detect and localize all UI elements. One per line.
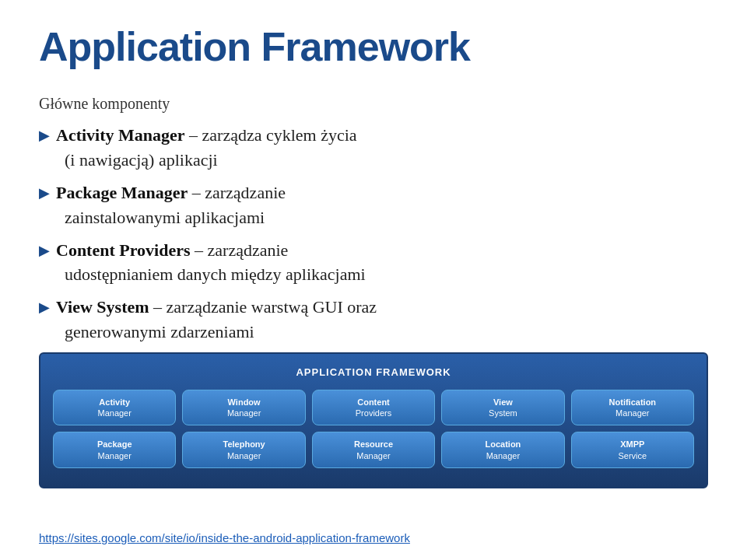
cell-notif-line2: Manager (615, 408, 649, 418)
bullet-4: ▶ View System – zarządzanie warstwą GUI … (39, 295, 708, 345)
slide: Application Framework Główne komponenty … (0, 0, 747, 560)
cell-loc-line2: Manager (486, 451, 520, 460)
cell-package-manager: Package Manager (53, 432, 176, 468)
cell-pkg-line1: Package (58, 439, 171, 450)
bullet-arrow-4: ▶ (39, 297, 50, 318)
cell-content-line2: Providers (356, 408, 391, 418)
cell-notification-manager: Notification Manager (571, 390, 694, 426)
bullet-term-2: Package Manager (56, 183, 188, 202)
cell-view-line1: View (446, 397, 559, 408)
bullet-text-1: Activity Manager – zarządza cyklem życia… (56, 123, 357, 173)
cell-xmpp-line1: XMPP (576, 439, 689, 450)
diagram-row-1: Activity Manager Window Manager Content … (53, 390, 694, 426)
cell-resource-manager: Resource Manager (312, 432, 435, 468)
cell-content-line1: Content (317, 397, 430, 408)
diagram-row-2: Package Manager Telephony Manager Resour… (53, 432, 694, 468)
bullet-2: ▶ Package Manager – zarządzanie zainstal… (39, 180, 708, 230)
bullet-text-2: Package Manager – zarządzanie zainstalow… (56, 180, 286, 230)
cell-window-manager: Window Manager (182, 390, 305, 426)
cell-location-manager: Location Manager (441, 432, 564, 468)
cell-window-line1: Window (187, 397, 300, 408)
cell-view-system: View System (441, 390, 564, 426)
bullet-arrow-1: ▶ (39, 125, 50, 146)
cell-tel-line2: Manager (227, 451, 261, 460)
bullet-term-1: Activity Manager (56, 125, 185, 145)
cell-telephony-manager: Telephony Manager (182, 432, 305, 468)
cell-xmpp-line2: Service (618, 451, 647, 460)
bullet-3: ▶ Content Providers – zarządzanie udostę… (39, 238, 708, 288)
cell-res-line2: Manager (356, 451, 390, 460)
bullet-term-3: Content Providers (56, 240, 191, 260)
diagram: Application Framework Activity Manager W… (39, 352, 708, 488)
cell-view-line2: System (489, 408, 517, 418)
footer-link[interactable]: https://sites.google.com/site/io/inside-… (39, 531, 708, 544)
cell-activity-line1: Activity (58, 397, 171, 408)
bullet-arrow-3: ▶ (39, 240, 50, 261)
subtitle: Główne komponenty (39, 92, 708, 115)
bullet-1: ▶ Activity Manager – zarządza cyklem życ… (39, 123, 708, 173)
bullet-arrow-2: ▶ (39, 183, 50, 204)
cell-notif-line1: Notification (576, 397, 689, 408)
cell-loc-line1: Location (446, 439, 559, 450)
cell-activity-line2: Manager (97, 408, 131, 418)
cell-xmpp-service: XMPP Service (571, 432, 694, 468)
cell-content-providers: Content Providers (312, 390, 435, 426)
cell-tel-line1: Telephony (187, 439, 300, 450)
cell-activity-manager: Activity Manager (53, 390, 176, 426)
cell-window-line2: Manager (227, 408, 261, 418)
bullet-term-4: View System (56, 297, 149, 317)
page-title: Application Framework (39, 23, 708, 70)
bullet-text-4: View System – zarządzanie warstwą GUI or… (56, 295, 377, 345)
cell-res-line1: Resource (317, 439, 430, 450)
bullet-text-3: Content Providers – zarządzanie udostępn… (56, 238, 366, 288)
content-area: Główne komponenty ▶ Activity Manager – z… (39, 92, 708, 525)
cell-pkg-line2: Manager (97, 451, 131, 460)
diagram-title: Application Framework (53, 365, 694, 380)
